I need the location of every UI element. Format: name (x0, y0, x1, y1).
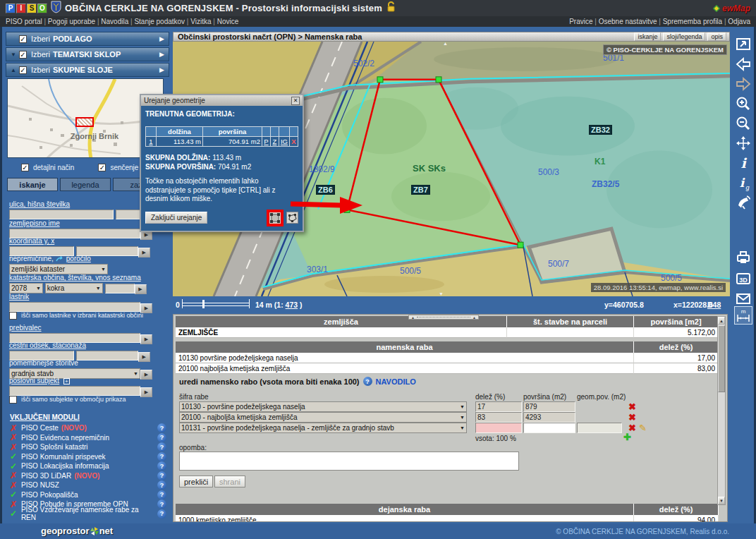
checkbox-checked-icon[interactable]: ✓ (19, 51, 27, 59)
finish-editing-button[interactable]: Zaključi urejanje (145, 212, 207, 224)
piso-logo[interactable]: P I S O (6, 4, 47, 13)
area-input[interactable] (523, 412, 575, 423)
module-help-button[interactable]: ? (157, 423, 166, 432)
owner-filter-checkbox[interactable] (9, 312, 17, 320)
note-textarea[interactable] (179, 452, 519, 471)
triangle-down-icon[interactable]: ▼ (11, 52, 19, 58)
z-link[interactable]: Z (270, 137, 279, 147)
delete-row-icon[interactable]: ✖ (628, 402, 636, 411)
use-code-select[interactable]: 10130 - površine podeželjskega naselja▼ (179, 401, 467, 412)
coord-label[interactable]: koordinata y, x (9, 237, 166, 245)
menu-piso-portal[interactable]: PISO portal (6, 18, 42, 25)
map-button-sloji-legenda[interactable]: sloji/legenda (663, 32, 705, 41)
menu-pravice[interactable]: Pravice (569, 18, 592, 25)
cancel-button[interactable]: prekliči (179, 476, 213, 487)
print-button[interactable] (734, 248, 752, 267)
accordion-tematski-sklop[interactable]: ▼ ✓ Izberi TEMATSKI SKLOP ▶ (6, 47, 169, 61)
panel-splitter[interactable]: ▲▲ (408, 315, 479, 320)
menu-vizitka[interactable]: Vizitka (185, 18, 211, 25)
realestate-select[interactable]: zemljiški kataster▼ (9, 264, 108, 274)
module-help-button[interactable]: ? (157, 442, 166, 452)
info-group-button[interactable]: ig (734, 174, 752, 192)
delete-row-icon[interactable]: ✖ (628, 413, 636, 422)
save-button[interactable]: shrani (214, 476, 245, 487)
accordion-skupne-sloje[interactable]: ▲ ✓ Izberi SKUPNE SLOJE ▶ (6, 63, 169, 77)
map-button-iskanje[interactable]: iskanje (634, 32, 661, 41)
accordion-podlago[interactable]: ✓ Izberi PODLAGO ▶ (6, 32, 169, 46)
use-code-select[interactable]: 10131 - površine podeželjskega naselja -… (179, 423, 467, 433)
business-input[interactable] (9, 386, 140, 396)
report-link[interactable]: poročilo (66, 255, 91, 262)
row-number-link[interactable]: 1 (146, 137, 157, 147)
cadastre-code-select[interactable]: 2078▼ (9, 283, 43, 293)
share-input[interactable] (475, 412, 522, 423)
gps-button[interactable] (734, 193, 752, 212)
module-help-button[interactable]: ? (157, 490, 166, 499)
checkbox-checked-icon[interactable]: ✓ (19, 35, 27, 43)
plus-box-icon[interactable]: + (63, 378, 70, 384)
ig-link[interactable]: IG (279, 137, 289, 147)
share-input[interactable] (475, 401, 522, 412)
menu-odjava[interactable]: Odjava (722, 18, 750, 25)
tab-iskanje[interactable]: iskanje (7, 178, 58, 191)
street-input[interactable] (9, 210, 114, 219)
use-code-select[interactable]: 20100 - najboljša kmetijska zemljišča▼ (179, 412, 467, 423)
scroll-down-button[interactable]: ▼ (718, 497, 725, 504)
dialog-titlebar[interactable]: Urejanje geometrije ✕ (141, 95, 303, 106)
owner-input[interactable] (9, 302, 140, 312)
scale-slider[interactable] (182, 303, 249, 306)
modules-title[interactable]: VKLJUČENI MODULI (10, 413, 80, 421)
business-label[interactable]: poslovni subjekt (9, 377, 59, 384)
area-input[interactable] (523, 401, 575, 412)
geoprostor-logo[interactable]: geoprostor net (41, 526, 113, 536)
map-button-opis[interactable]: opis (707, 32, 726, 41)
scale-slider-handle[interactable] (202, 300, 205, 308)
navodilo-link[interactable]: NAVODILO (376, 377, 416, 386)
detail-mode-checkbox[interactable]: ✓ (21, 164, 29, 171)
module-help-button[interactable]: ? (157, 509, 166, 519)
cadastre-label[interactable]: katastrska občina, številka, vnos seznam… (9, 274, 166, 281)
help-button[interactable]: ? (363, 377, 372, 386)
cadastre-number-input[interactable] (105, 284, 135, 293)
menu-novice[interactable]: Novice (212, 18, 239, 25)
pan-button[interactable] (734, 134, 752, 152)
measure-button[interactable]: m (734, 306, 752, 325)
view-3d-button[interactable]: 3D (734, 270, 752, 288)
close-icon[interactable]: ✕ (291, 97, 300, 105)
owner-label[interactable]: lastnik (9, 293, 166, 301)
house-number-input[interactable] (116, 210, 141, 219)
shading-checkbox[interactable]: ✓ (98, 164, 106, 171)
module-help-button[interactable]: ? (157, 452, 166, 461)
info-button[interactable]: i (734, 154, 752, 172)
scroll-thumb[interactable] (718, 325, 725, 392)
menu-navodila[interactable]: Navodila (95, 18, 128, 25)
delete-link[interactable]: X (289, 137, 298, 147)
menu-sprememba-profila[interactable]: Sprememba profila (657, 18, 723, 25)
collapse-handle-bottom[interactable]: ▼ (439, 291, 444, 296)
back-button[interactable] (734, 55, 752, 73)
collapse-handle-top[interactable]: ▲ (443, 42, 448, 46)
geom-area-input[interactable] (577, 423, 622, 433)
edit-pencil-icon[interactable]: ✎ (639, 423, 647, 433)
scale-ratio-link[interactable]: 473 (286, 301, 298, 309)
module-help-button[interactable]: ? (157, 480, 166, 490)
module-help-button[interactable]: ? (157, 461, 166, 471)
menu-stanje-podatkov[interactable]: Stanje podatkov (128, 18, 185, 25)
checkbox-checked-icon[interactable]: ✓ (19, 66, 27, 74)
p-link[interactable]: P (262, 137, 270, 147)
module-help-button[interactable]: ? (157, 471, 166, 480)
zoom-out-button[interactable] (734, 114, 752, 133)
polygon-tool-active-icon[interactable] (267, 210, 284, 226)
add-row-icon[interactable]: ✚ (623, 432, 631, 442)
zoom-in-button[interactable] (734, 95, 752, 113)
business-filter-checkbox[interactable] (9, 396, 17, 404)
forward-button[interactable] (734, 75, 752, 93)
menu-pogoji-uporabe[interactable]: Pogoji uporabe (42, 18, 95, 25)
full-extent-button[interactable] (734, 35, 752, 54)
area-input[interactable] (523, 423, 575, 433)
panel-scrollbar[interactable]: ▲ ▼ (717, 316, 726, 505)
scroll-up-button[interactable]: ▲ (718, 317, 725, 325)
share-input[interactable] (475, 423, 522, 433)
triangle-up-icon[interactable]: ▲ (11, 67, 19, 73)
module-help-button[interactable]: ? (157, 433, 166, 442)
